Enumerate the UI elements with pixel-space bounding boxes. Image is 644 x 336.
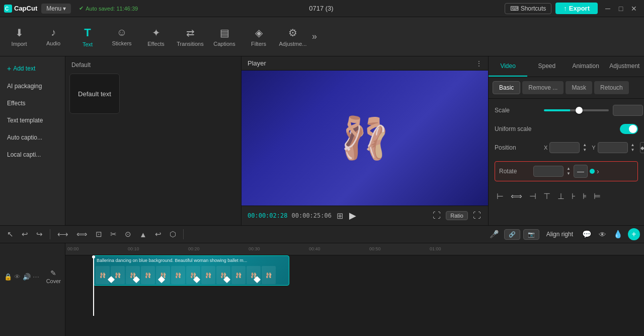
- tab-adjustment[interactable]: Adjustment: [605, 56, 644, 77]
- tab-speed[interactable]: Speed: [527, 56, 566, 77]
- position-x-up[interactable]: ▲: [582, 143, 588, 148]
- shortcuts-button[interactable]: ⌨ Shortcuts: [505, 3, 552, 14]
- eye-button[interactable]: 👁: [597, 228, 608, 241]
- trim-button[interactable]: ⟺: [73, 228, 91, 241]
- position-y-spinners: ▲ ▼: [630, 143, 636, 153]
- ratio-button[interactable]: Ratio: [446, 211, 468, 220]
- position-x-down[interactable]: ▼: [582, 148, 588, 153]
- menu-button[interactable]: Menu ▾: [41, 4, 71, 14]
- scale-value[interactable]: 110%: [613, 105, 643, 116]
- align-top-button[interactable]: ⊤: [541, 189, 552, 203]
- effects-button[interactable]: Effects: [2, 96, 63, 111]
- fullscreen-button[interactable]: ⛶: [472, 210, 482, 221]
- fit-screen-button[interactable]: ⛶: [432, 210, 442, 221]
- minimize-button[interactable]: ─: [602, 3, 614, 15]
- toolbar-item-filters[interactable]: ◈ Filters: [242, 19, 276, 55]
- align-center-v-button[interactable]: ⊥: [555, 189, 567, 203]
- text-template-button[interactable]: Text template: [2, 113, 63, 128]
- lock-icon[interactable]: 🔒: [4, 273, 12, 281]
- import-label: Import: [11, 41, 27, 47]
- close-button[interactable]: ✕: [628, 3, 640, 15]
- subtab-retouch[interactable]: Retouch: [594, 81, 629, 94]
- default-text-card[interactable]: Default text: [69, 74, 120, 114]
- drop-button[interactable]: 💧: [611, 228, 625, 241]
- delete-button[interactable]: ✂: [107, 228, 120, 241]
- undo2-button[interactable]: ↩: [152, 228, 165, 241]
- rotate-dash-button[interactable]: —: [574, 165, 588, 178]
- zoom-in-button[interactable]: +: [628, 228, 640, 240]
- toolbar-item-text[interactable]: T Text: [70, 19, 105, 55]
- rotate-value-input[interactable]: 0°: [533, 166, 564, 177]
- tracks-inner: Ballerina dancing on blue background. Be…: [65, 255, 644, 316]
- toolbar-item-stickers[interactable]: ☺ Stickers: [105, 19, 139, 55]
- tab-animation[interactable]: Animation: [567, 56, 605, 77]
- timeline-toolbar-right: 🎤 🔗 📷 Align right 💬 👁 💧 +: [488, 228, 640, 241]
- link-button[interactable]: 🔗: [504, 229, 520, 240]
- circle-button[interactable]: ⊙: [122, 228, 134, 241]
- rotate-chevron-icon[interactable]: ›: [597, 167, 599, 175]
- tab-video[interactable]: Video: [489, 56, 527, 77]
- local-caption-label: Local capti...: [7, 151, 41, 158]
- redo-button[interactable]: ↪: [33, 228, 46, 241]
- subtab-mask[interactable]: Mask: [566, 81, 592, 94]
- stickers-label: Stickers: [112, 40, 131, 46]
- toolbar-item-captions[interactable]: ▤ Captions: [207, 19, 242, 55]
- align-extra1-button[interactable]: ⊧: [581, 189, 589, 203]
- rotate-up[interactable]: ▲: [566, 166, 572, 171]
- crop-button[interactable]: ⊡: [93, 228, 105, 241]
- hex-button[interactable]: ⬡: [167, 228, 179, 241]
- position-y-down[interactable]: ▼: [630, 148, 636, 153]
- autosave-status: ✔ Auto saved: 11:46:39: [79, 5, 138, 12]
- position-y-input[interactable]: 0: [598, 142, 628, 153]
- audio-track-icon[interactable]: 🔊: [23, 273, 31, 281]
- align-center-h-button[interactable]: ⟺: [509, 189, 524, 203]
- maximize-button[interactable]: □: [615, 3, 627, 15]
- align-bottom-button[interactable]: ⊦: [570, 189, 578, 203]
- rotate-down[interactable]: ▼: [566, 171, 572, 176]
- scale-slider[interactable]: [544, 109, 609, 111]
- player-controls: 00:00:02:28 00:00:25:06 ⊞ ▶ ⛶ Ratio ⛶: [242, 206, 488, 225]
- triangle-button[interactable]: ▲: [136, 228, 150, 241]
- grid-view-button[interactable]: ⊞: [336, 210, 344, 222]
- player-menu-icon[interactable]: ⋮: [476, 60, 482, 67]
- position-y-up[interactable]: ▲: [630, 143, 636, 148]
- ai-packaging-button[interactable]: AI packaging: [2, 79, 63, 94]
- undo-button[interactable]: ↩: [19, 228, 31, 241]
- video-track[interactable]: Ballerina dancing on blue background. Be…: [93, 255, 289, 286]
- align-right-button[interactable]: ⊣: [527, 189, 538, 203]
- microphone-button[interactable]: 🎤: [488, 228, 501, 241]
- edit-icon[interactable]: ✎: [50, 269, 56, 277]
- camera-button[interactable]: 📷: [523, 229, 539, 240]
- more-icon[interactable]: ⋯: [33, 273, 39, 281]
- subtab-basic[interactable]: Basic: [493, 81, 520, 94]
- toolbar-item-adjustment[interactable]: ⚙ Adjustme...: [276, 19, 310, 55]
- toolbar-more-button[interactable]: »: [310, 29, 319, 44]
- player-area: Player ⋮ 🩰 00:00:02:28 00:00:25:06 ⊞ ▶ ⛶…: [242, 56, 488, 225]
- position-keyframe-button[interactable]: ◆: [640, 142, 644, 153]
- scale-label: Scale: [495, 107, 540, 114]
- local-caption-button[interactable]: Local capti...: [2, 147, 63, 162]
- auto-caption-button[interactable]: Auto captio...: [2, 130, 63, 145]
- visibility-icon[interactable]: 👁: [14, 273, 21, 281]
- track-icons-row: 🔒 👁 🔊 ⋯: [4, 273, 39, 281]
- export-button[interactable]: ↑ Export: [555, 3, 598, 14]
- align-extra2-button[interactable]: ⊨: [592, 189, 603, 203]
- play-button[interactable]: ▶: [348, 209, 357, 222]
- toolbar-item-effects[interactable]: ✦ Effects: [139, 19, 173, 55]
- subtab-remove[interactable]: Remove ...: [522, 81, 564, 94]
- align-right-label-button[interactable]: Align right: [542, 229, 577, 239]
- main-toolbar: ⬇ Import ♪ Audio T Text ☺ Stickers ✦ Eff…: [0, 17, 644, 56]
- toolbar-item-audio[interactable]: ♪ Audio: [36, 19, 70, 55]
- toolbar-item-import[interactable]: ⬇ Import: [2, 19, 36, 55]
- split-button[interactable]: ⟷: [54, 228, 71, 241]
- ruler-mark-0: 00:00: [67, 246, 79, 251]
- toolbar-item-transitions[interactable]: ⇄ Transitions: [173, 19, 207, 55]
- cursor-tool-button[interactable]: ↖: [4, 228, 17, 241]
- rotate-label: Rotate: [499, 168, 529, 175]
- add-text-button[interactable]: Add text: [2, 60, 63, 77]
- align-left-button[interactable]: ⊢: [495, 189, 506, 203]
- position-x-input[interactable]: 0: [549, 142, 580, 153]
- position-x-spinners: ▲ ▼: [582, 143, 588, 153]
- uniform-scale-toggle[interactable]: [620, 124, 638, 134]
- subtitles-button[interactable]: 💬: [580, 228, 594, 241]
